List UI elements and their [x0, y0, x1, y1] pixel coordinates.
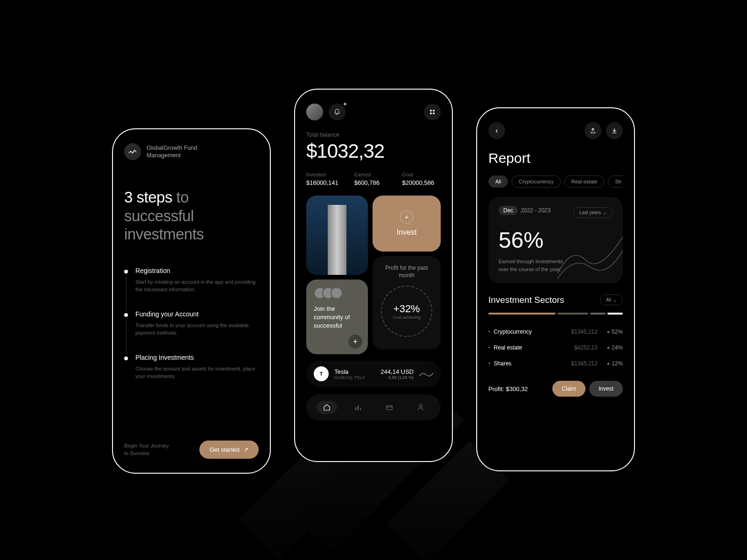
building-image	[328, 205, 346, 275]
profit-label: Profit for the past month	[381, 265, 432, 279]
up-arrow-icon	[607, 347, 610, 349]
arrow-icon: ↗	[243, 446, 248, 453]
bottom-nav	[306, 394, 441, 420]
step-title: Funding your Account	[135, 310, 259, 318]
community-card[interactable]: Join the community of successful +	[306, 280, 368, 354]
step-desc: Choose the amount and assets for investm…	[135, 365, 259, 380]
bell-icon	[334, 109, 340, 115]
svg-rect-7	[387, 406, 392, 410]
sector-bar-chart	[488, 313, 623, 315]
step-desc: Start by creating an account in the app …	[135, 278, 259, 294]
up-arrow-icon	[607, 331, 610, 333]
steps-list: Registration Start by creating an accoun…	[124, 267, 259, 380]
svg-rect-6	[360, 408, 361, 410]
ticker-name: Tesla	[334, 368, 375, 375]
hero-title: 3 steps to successful investments	[124, 188, 259, 244]
nav-profile[interactable]	[410, 401, 431, 414]
chip-crypto[interactable]: Cryptocurrency	[512, 175, 561, 188]
date-range: Dec2022 - 2023	[499, 207, 550, 218]
user-avatar[interactable]	[306, 104, 323, 120]
download-icon	[612, 128, 617, 133]
profit-card[interactable]: Profit for the past month +32% Goal achi…	[373, 256, 441, 350]
chip-all[interactable]: All	[488, 175, 508, 188]
claim-button[interactable]: Claim	[552, 381, 585, 397]
period-dropdown[interactable]: Last years ⌄	[573, 207, 613, 218]
notification-dot-icon	[344, 103, 346, 105]
chevron-left-icon: ‹	[495, 126, 498, 135]
stat-value: $20000,586	[402, 179, 441, 186]
share-icon	[590, 128, 596, 133]
chevron-down-icon: ⌄	[613, 297, 617, 302]
invest-button[interactable]: Invest	[589, 381, 623, 397]
profit-summary: Profit: $300,32	[488, 385, 528, 392]
filter-chips: All Cryptocurrency Real estate Sh	[488, 175, 623, 188]
stat-label: Invested	[306, 172, 345, 177]
back-button[interactable]: ‹	[488, 122, 505, 139]
sparkline-icon	[419, 369, 433, 378]
grid-menu-button[interactable]	[424, 104, 441, 120]
step-desc: Transfer funds to your account using the…	[135, 322, 259, 337]
dashboard-screen: Total balance $1032,32 Invested$16000,14…	[294, 89, 453, 462]
sectors-filter-dropdown[interactable]: All ⌄	[600, 294, 623, 305]
chip-shares[interactable]: Sh	[608, 175, 623, 188]
stat-label: Earned	[354, 172, 393, 177]
step-item: Placing Investments Choose the amount an…	[124, 354, 259, 380]
stat-value: $16000,141	[306, 179, 345, 186]
svg-rect-4	[355, 407, 356, 410]
step-title: Placing Investments	[135, 354, 259, 361]
brand-header: GlobalGrowth Fund Management	[124, 143, 259, 160]
gauge-label: Goal achieving	[393, 315, 421, 320]
sector-item: Shares $1345,212 12%	[488, 356, 623, 371]
ticker-logo-icon: T	[314, 366, 329, 381]
share-button[interactable]	[585, 122, 601, 139]
footer-tagline: Begin Your Journey to Success	[124, 442, 169, 457]
download-button[interactable]	[606, 122, 623, 139]
svg-point-9	[419, 405, 422, 407]
balance-label: Total balance	[306, 132, 441, 138]
plus-icon: +	[400, 210, 413, 224]
stat-label: Goal	[402, 172, 441, 177]
grid-icon	[430, 109, 435, 115]
ticker-exchange: NASDAQ: TSLA	[334, 375, 375, 380]
stat-value: $600,786	[354, 179, 393, 186]
sector-item: Real estate $4252,13 24%	[488, 340, 623, 356]
notifications-button[interactable]	[329, 104, 345, 120]
add-community-button[interactable]: +	[348, 335, 362, 349]
svg-point-2	[430, 112, 432, 114]
balance-value: $1032,32	[306, 140, 441, 162]
home-icon	[323, 404, 331, 411]
brand-name-line1: GlobalGrowth Fund	[147, 144, 197, 152]
nav-home[interactable]	[317, 401, 337, 414]
svg-point-3	[433, 112, 435, 114]
up-arrow-icon	[607, 363, 610, 364]
step-title: Registration	[135, 267, 259, 274]
stats-row: Invested$16000,141 Earned$600,786 Goal$2…	[306, 172, 441, 186]
svg-point-0	[430, 110, 432, 112]
step-item: Registration Start by creating an accoun…	[124, 267, 259, 294]
nav-wallet[interactable]	[379, 401, 400, 414]
chip-realestate[interactable]: Real estate	[564, 175, 605, 188]
ticker-price: 244,14 USD	[381, 368, 414, 375]
nav-stats[interactable]	[348, 401, 368, 414]
logo-icon	[124, 143, 141, 160]
profit-gauge: +32% Goal achieving	[381, 286, 432, 337]
ticker-row[interactable]: T Tesla NASDAQ: TSLA 244,14 USD -2,58 (1…	[306, 361, 441, 387]
feature-image-card[interactable]	[306, 196, 368, 275]
invest-card[interactable]: + Invest	[373, 196, 441, 252]
onboarding-screen: GlobalGrowth Fund Management 3 steps to …	[112, 128, 271, 474]
step-item: Funding your Account Transfer funds to y…	[124, 310, 259, 337]
chevron-down-icon: ⌄	[603, 210, 606, 215]
page-title: Report	[488, 150, 623, 166]
brand-name-line2: Management	[147, 152, 197, 159]
svg-rect-5	[358, 406, 359, 410]
sector-item: Cryptocurrency $1345,212 52%	[488, 324, 623, 340]
sectors-title: Investment Sectors	[488, 295, 564, 305]
invest-label: Invest	[397, 228, 417, 237]
report-summary-card: Dec2022 - 2023 Last years ⌄ 56% Earned t…	[488, 197, 623, 283]
get-started-button[interactable]: Get started ↗	[199, 441, 259, 459]
gauge-value: +32%	[394, 303, 420, 315]
avatar-group	[314, 287, 360, 299]
svg-point-1	[433, 110, 435, 112]
ticker-change: -2,58 (1,05 %)	[381, 375, 414, 380]
community-text: Join the community of successful	[314, 305, 360, 330]
